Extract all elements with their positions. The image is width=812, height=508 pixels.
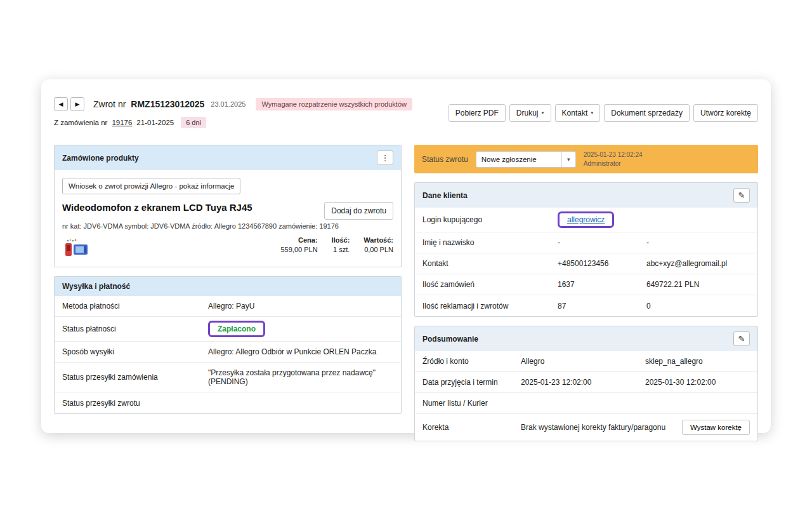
edit-customer-button[interactable]: ✎ xyxy=(733,188,750,203)
order-date: 21-01-2025 xyxy=(136,119,174,126)
panel-title: Zamówione produkty xyxy=(62,154,139,163)
table-row: Status przesyłki zamówienia "Przesyłka z… xyxy=(55,363,401,392)
row-value: - xyxy=(558,238,646,247)
table-row: Źródło i konto Allegro sklep_na_allegro xyxy=(415,351,757,372)
table-row: Ilość reklamacji i zwrotów 87 0 xyxy=(415,295,757,316)
return-status-bar: Status zwrotu Nowe zgłoszenie ▾ 2025-01-… xyxy=(414,145,758,173)
add-to-return-button[interactable]: Dodaj do zwrotu xyxy=(324,202,393,220)
table-row: Status przesyłki zwrotu xyxy=(55,392,401,413)
row-value: "Przesyłka została przygotowana przez na… xyxy=(208,368,393,386)
contact-button[interactable]: Kontakt▾ xyxy=(555,104,601,122)
sales-document-button[interactable]: Dokument sprzedaży xyxy=(604,104,690,122)
row-label: Źródło i konto xyxy=(422,357,521,366)
product-meta: nr kat: JDV6-VDMA symbol: JDV6-VDMA źród… xyxy=(62,222,393,230)
row-value: Allegro: Allegro Odbiór w Punkcie ORLEN … xyxy=(208,347,393,356)
row-value-2: - xyxy=(646,238,750,247)
status-timestamp: 2025-01-23 12:02:24 xyxy=(584,150,643,159)
header-actions: Pobierz PDF Drukuj▾ Kontakt▾ Dokument sp… xyxy=(449,104,758,122)
customer-data-panel: Dane klienta ✎ Login kupującego allegrow… xyxy=(414,182,758,317)
table-row: Korekta Brak wystawionej korekty faktury… xyxy=(415,414,757,441)
commission-refund-button[interactable]: Wniosek o zwrot prowizji Allegro - pokaż… xyxy=(62,178,240,194)
shipping-payment-panel: Wysyłka i płatność Metoda płatności Alle… xyxy=(54,276,402,414)
quantity-value: 1 szt. xyxy=(332,246,350,253)
row-label: Status przesyłki zamówienia xyxy=(62,373,208,382)
status-label: Status zwrotu xyxy=(422,155,468,164)
row-value-2: 0 xyxy=(646,302,750,311)
row-value: Allegro xyxy=(521,357,645,366)
arrow-left-icon: ◀ xyxy=(59,101,63,107)
table-row: Kontakt +48500123456 abc+xyz@allegromail… xyxy=(415,253,757,274)
card-header: ◀ ▶ Zwrot nr RMZ15123012025 23.01.2025 W… xyxy=(54,97,758,128)
chevron-down-icon: ▾ xyxy=(542,110,544,116)
row-label: Imię i nazwisko xyxy=(422,238,558,247)
return-label: Zwrot nr xyxy=(93,99,126,109)
table-row: Sposób wysyłki Allegro: Allegro Odbiór w… xyxy=(55,342,401,363)
table-row: Metoda płatności Allegro: PayU xyxy=(55,296,401,317)
return-detail-card: ◀ ▶ Zwrot nr RMZ15123012025 23.01.2025 W… xyxy=(41,79,771,433)
panel-title: Wysyłka i płatność xyxy=(62,282,130,291)
row-label: Status przesyłki zwrotu xyxy=(62,399,208,408)
pencil-icon: ✎ xyxy=(738,334,745,344)
status-user: Administrator xyxy=(584,159,643,168)
price-label: Cena: xyxy=(281,236,318,244)
table-row: Ilość zamówień 1637 649722.21 PLN xyxy=(415,274,757,295)
product-price-summary: Cena: 559,00 PLN Ilość: 1 szt. Wartość: … xyxy=(281,236,394,253)
row-value-2: 2025-01-30 12:02:00 xyxy=(645,378,750,387)
panel-menu-button[interactable]: ⋮ xyxy=(377,150,393,165)
table-row: Imię i nazwisko - - xyxy=(415,232,757,253)
row-label: Status płatności xyxy=(62,324,208,333)
row-value: Zapłacono xyxy=(208,323,393,335)
return-number: RMZ15123012025 xyxy=(131,99,204,109)
row-label: Ilość reklamacji i zwrotów xyxy=(422,302,558,311)
table-row: Numer listu / Kurier xyxy=(415,393,757,414)
value-label: Wartość: xyxy=(363,236,393,244)
buyer-login-link[interactable]: allegrowicz xyxy=(567,215,605,224)
row-label: Data przyjęcia i termin xyxy=(422,378,521,387)
row-label: Korekta xyxy=(422,423,521,432)
payment-status-paid: Zapłacono xyxy=(218,324,256,333)
status-change-stamp: 2025-01-23 12:02:24 Administrator xyxy=(584,150,643,168)
panel-title: Dane klienta xyxy=(422,191,468,200)
prev-return-button[interactable]: ◀ xyxy=(54,97,68,111)
row-label: Ilość zamówień xyxy=(422,280,558,289)
row-label: Sposób wysyłki xyxy=(62,347,208,356)
row-value: +48500123456 xyxy=(558,259,646,268)
product-item: Wideodomofon z ekranem LCD Tuya RJ45 Dod… xyxy=(62,202,393,259)
download-pdf-button[interactable]: Pobierz PDF xyxy=(449,104,506,122)
edit-summary-button[interactable]: ✎ xyxy=(733,331,750,346)
product-thumbnail xyxy=(62,236,91,259)
panel-title: Podsumowanie xyxy=(422,335,478,344)
return-status-select[interactable]: Nowe zgłoszenie ▾ xyxy=(476,151,576,168)
row-value: Allegro: PayU xyxy=(208,302,393,311)
row-value-2: 649722.21 PLN xyxy=(646,280,750,289)
price-value: 559,00 PLN xyxy=(281,246,318,253)
days-badge: 6 dni xyxy=(181,117,206,128)
row-label: Numer listu / Kurier xyxy=(422,399,521,408)
print-button[interactable]: Drukuj▾ xyxy=(509,104,551,122)
order-ref-label: Z zamówienia nr xyxy=(54,119,107,126)
product-name: Wideodomofon z ekranem LCD Tuya RJ45 xyxy=(62,202,252,213)
quantity-label: Ilość: xyxy=(332,236,350,244)
row-value-2: sklep_na_allegro xyxy=(645,357,750,366)
table-row: Status płatności Zapłacono xyxy=(55,317,401,342)
row-label: Kontakt xyxy=(422,259,558,268)
chevron-down-icon: ▾ xyxy=(591,110,593,116)
next-return-button[interactable]: ▶ xyxy=(70,97,84,111)
row-value: 2025-01-23 12:02:00 xyxy=(521,378,645,387)
row-value: Brak wystawionej korekty faktury/paragon… xyxy=(521,423,682,432)
issue-correction-button[interactable]: Wystaw korektę xyxy=(682,420,750,435)
arrow-right-icon: ▶ xyxy=(75,101,80,107)
warning-badge: Wymagane rozpatrzenie wszystkich produkt… xyxy=(256,98,412,110)
row-value: allegrowicz xyxy=(558,213,646,226)
table-row: Login kupującego allegrowicz xyxy=(415,208,757,232)
annotation-highlight-box: Zapłacono xyxy=(208,321,265,337)
kebab-menu-icon: ⋮ xyxy=(381,153,390,163)
selected-status: Nowe zgłoszenie xyxy=(481,156,537,163)
annotation-highlight-box: allegrowicz xyxy=(558,211,614,228)
row-value-2: abc+xyz@allegromail.pl xyxy=(646,259,750,268)
order-number-link[interactable]: 19176 xyxy=(112,119,132,126)
row-value: 87 xyxy=(558,302,646,311)
value-value: 0,00 PLN xyxy=(363,246,393,253)
return-date: 23.01.2025 xyxy=(211,100,246,108)
create-correction-button[interactable]: Utwórz korektę xyxy=(693,104,758,122)
